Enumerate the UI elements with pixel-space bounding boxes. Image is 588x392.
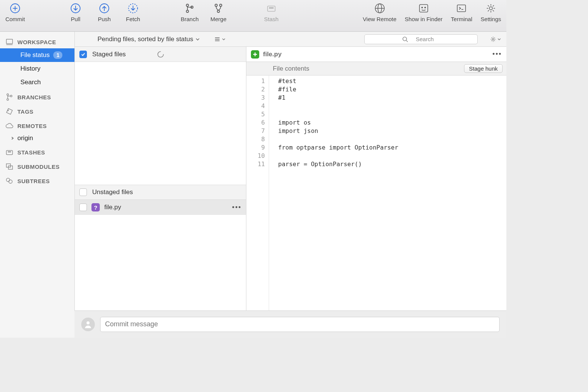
branch-button[interactable]: Branch	[180, 3, 200, 22]
monitor-icon	[5, 38, 14, 46]
svg-point-27	[489, 7, 492, 10]
subtrees-icon	[5, 177, 14, 185]
svg-rect-25	[457, 5, 466, 12]
file-list-pane: Staged files Unstaged files ? file.py ••…	[75, 47, 246, 338]
diff-subheader: File contents Stage hunk	[246, 62, 506, 76]
sidebar-item-file-status[interactable]: File status 1	[0, 48, 74, 62]
svg-point-36	[9, 151, 10, 152]
submodules-header[interactable]: SUBMODULES	[0, 159, 74, 173]
svg-point-31	[7, 99, 9, 100]
options-gear-dropdown[interactable]	[490, 36, 501, 43]
svg-point-45	[403, 37, 407, 41]
pending-files-dropdown[interactable]: Pending files, sorted by file status	[97, 35, 200, 43]
push-up-icon	[99, 3, 110, 14]
push-button[interactable]: Push	[94, 3, 114, 22]
search-icon	[402, 36, 408, 42]
svg-point-10	[186, 10, 189, 12]
terminal-button[interactable]: Terminal	[451, 3, 472, 22]
stash-icon	[266, 3, 277, 14]
added-file-badge-icon	[251, 50, 259, 59]
svg-point-50	[87, 321, 90, 324]
line-number-gutter: 1234567891011	[246, 76, 269, 310]
staged-files-label: Staged files	[92, 51, 126, 58]
stage-hunk-button[interactable]: Stage hunk	[464, 64, 503, 73]
svg-point-13	[220, 4, 222, 6]
code-content[interactable]: #test#file#1import osimport jsonfrom opt…	[269, 76, 398, 310]
terminal-label: Terminal	[451, 16, 472, 22]
pull-down-icon	[70, 3, 81, 14]
globe-icon	[374, 3, 385, 14]
chevron-down-icon	[222, 37, 226, 41]
main: WORKSPACE File status 1 History Search B…	[0, 32, 506, 338]
sidebar-item-search[interactable]: Search	[0, 76, 74, 89]
svg-point-16	[269, 8, 271, 9]
pending-files-label: Pending files, sorted by file status	[97, 35, 193, 43]
svg-rect-22	[419, 5, 428, 12]
chevron-right-icon	[11, 136, 14, 140]
staged-files-header[interactable]: Staged files	[75, 47, 246, 62]
diff-more-button[interactable]: •••	[492, 50, 502, 58]
stash-button[interactable]: Stash	[262, 3, 281, 22]
search-input[interactable]	[364, 34, 478, 44]
stashes-header[interactable]: STASHES	[0, 144, 74, 159]
search-wrap	[364, 34, 478, 44]
fetch-button[interactable]: Fetch	[123, 3, 143, 22]
remotes-header[interactable]: REMOTES	[0, 118, 74, 132]
view-remote-button[interactable]: View Remote	[363, 3, 396, 22]
push-label: Push	[98, 16, 111, 22]
file-row-checkbox[interactable]	[79, 204, 87, 211]
user-avatar-icon	[81, 318, 95, 331]
file-status-badge: 1	[53, 51, 62, 59]
sidebar: WORKSPACE File status 1 History Search B…	[0, 32, 75, 338]
submodules-header-label: SUBMODULES	[17, 164, 60, 170]
svg-point-35	[8, 151, 9, 152]
merge-icon	[213, 3, 224, 14]
list-view-dropdown[interactable]	[214, 36, 226, 42]
center-pane: Pending files, sorted by file status	[75, 32, 506, 338]
tags-header[interactable]: TAGS	[0, 103, 74, 118]
unstaged-files-label: Unstaged files	[92, 188, 133, 196]
finder-icon	[418, 3, 429, 14]
commit-message-input[interactable]	[100, 317, 500, 332]
svg-point-14	[217, 10, 220, 12]
remotes-header-label: REMOTES	[17, 123, 47, 129]
chevron-down-icon	[195, 37, 200, 42]
diff-file-name: file.py	[263, 51, 282, 58]
sidebar-item-history[interactable]: History	[0, 62, 74, 76]
staged-checkbox[interactable]	[79, 51, 87, 58]
unstaged-files-header[interactable]: Unstaged files	[75, 185, 246, 200]
fetch-label: Fetch	[126, 16, 140, 22]
workspace-header[interactable]: WORKSPACE	[0, 34, 74, 48]
show-in-finder-button[interactable]: Show in Finder	[405, 3, 443, 22]
code-body: 1234567891011 #test#file#1import osimpor…	[246, 76, 506, 310]
commit-bar	[74, 310, 506, 338]
pull-button[interactable]: Pull	[66, 3, 85, 22]
unstaged-checkbox[interactable]	[79, 188, 87, 196]
svg-point-17	[271, 8, 272, 9]
staged-files-body	[75, 62, 246, 185]
commit-button[interactable]: Commit	[5, 3, 25, 22]
file-row-more-button[interactable]: •••	[232, 204, 241, 211]
svg-rect-34	[6, 150, 13, 154]
workspace-header-label: WORKSPACE	[17, 39, 56, 45]
svg-line-46	[406, 40, 408, 42]
pull-label: Pull	[71, 16, 80, 22]
merge-label: Merge	[210, 16, 227, 22]
svg-point-18	[272, 8, 274, 9]
settings-button[interactable]: Settings	[481, 3, 501, 22]
file-status-label: File status	[20, 51, 50, 59]
merge-button[interactable]: Merge	[209, 3, 228, 22]
branches-header[interactable]: BRANCHES	[0, 89, 74, 103]
file-row[interactable]: ? file.py •••	[75, 200, 246, 215]
remote-origin[interactable]: origin	[0, 132, 74, 144]
svg-point-32	[10, 95, 12, 97]
svg-point-9	[186, 4, 189, 6]
gear-icon	[486, 3, 496, 14]
file-contents-label: File contents	[273, 65, 309, 73]
loading-spinner-icon	[157, 51, 164, 58]
branch-label: Branch	[181, 16, 199, 22]
show-in-finder-label: Show in Finder	[405, 16, 443, 22]
svg-point-37	[10, 151, 11, 152]
subtrees-header[interactable]: SUBTREES	[0, 173, 74, 187]
tag-icon	[5, 107, 14, 116]
